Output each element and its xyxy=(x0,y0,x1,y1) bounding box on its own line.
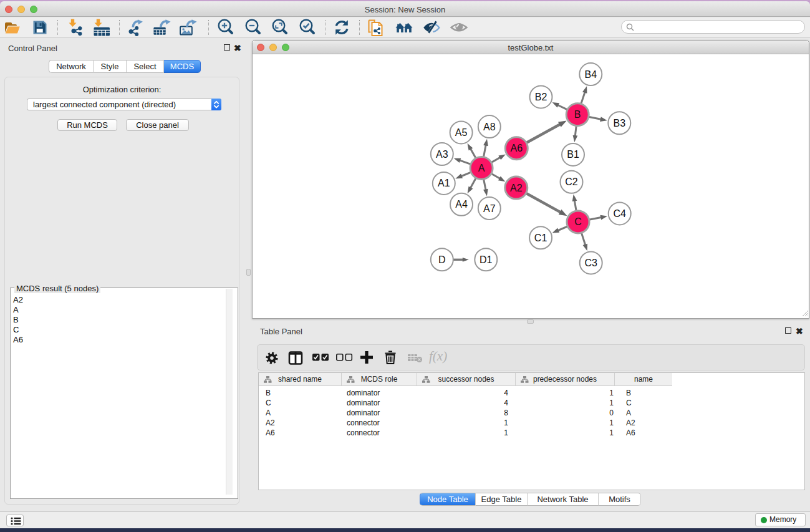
svg-text:A6: A6 xyxy=(511,143,523,153)
svg-text:C: C xyxy=(574,216,582,227)
svg-text:A4: A4 xyxy=(455,199,468,210)
svg-text:A5: A5 xyxy=(455,127,468,138)
svg-text:B1: B1 xyxy=(567,149,579,160)
svg-text:A8: A8 xyxy=(483,122,496,132)
svg-text:B: B xyxy=(574,109,581,120)
svg-text:A3: A3 xyxy=(436,149,448,160)
svg-text:B2: B2 xyxy=(535,92,547,102)
svg-text:C4: C4 xyxy=(613,208,626,219)
svg-text:C2: C2 xyxy=(565,177,578,187)
svg-text:B3: B3 xyxy=(614,118,626,128)
svg-text:A: A xyxy=(478,163,485,173)
svg-text:A7: A7 xyxy=(483,203,496,214)
svg-text:B4: B4 xyxy=(585,69,597,80)
svg-text:C1: C1 xyxy=(534,233,547,243)
svg-text:A1: A1 xyxy=(438,178,450,188)
svg-text:C3: C3 xyxy=(584,258,597,268)
svg-text:D: D xyxy=(438,254,446,265)
svg-text:D1: D1 xyxy=(480,254,493,265)
svg-text:A2: A2 xyxy=(510,183,523,193)
